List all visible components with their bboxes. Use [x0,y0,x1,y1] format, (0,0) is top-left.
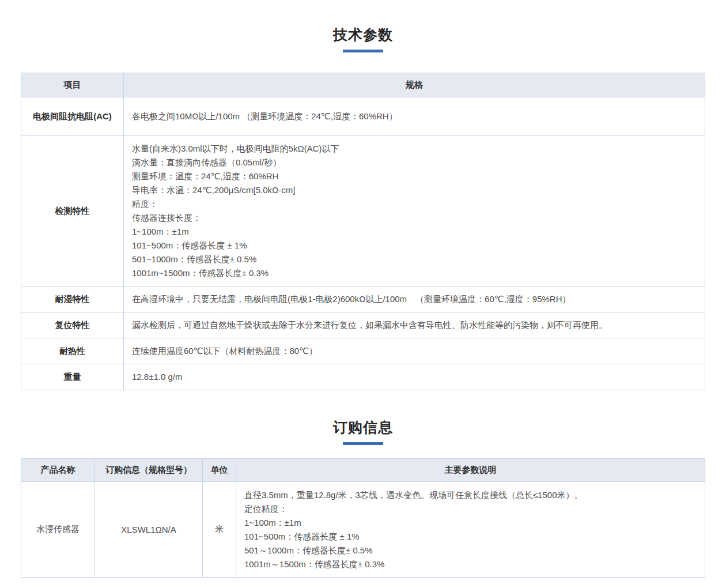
order-info-section-title: 订购信息 [0,418,726,445]
header-main-params: 主要参数说明 [236,459,705,482]
table-row: 复位特性 漏水检测后，可通过自然地干燥状或去除于水分来进行复位，如果漏水中含有导… [21,312,705,338]
tech-params-section-title: 技术参数 [0,25,726,52]
row-spec-value: 漏水检测后，可通过自然地干燥状或去除于水分来进行复位，如果漏水中含有导电性、防水… [124,312,705,338]
title-underline [343,442,383,445]
table-header-row: 项目 规格 [21,73,705,97]
order-model-cell: XLSWL1ΩN/A [95,482,203,578]
title-underline [343,50,383,52]
order-info-title: 订购信息 [0,418,726,437]
row-item-label: 重量 [21,364,124,390]
row-spec-value: 水量(自来水)3.0ml以下时，电极间电阻的5kΩ(AC)以下 滴水量：直接滴向… [124,136,705,287]
table-row: 重量 12.8±1.0 g/m [21,364,705,390]
table-row: 检测特性 水量(自来水)3.0ml以下时，电极间电阻的5kΩ(AC)以下 滴水量… [21,136,705,287]
tech-params-table: 项目 规格 电极间阻抗电阻(AC) 各电极之间10MΩ以上/100m （测量环境… [21,73,705,390]
header-order-info: 订购信息（规格型号） [95,459,203,482]
table-row: 水浸传感器 XLSWL1ΩN/A 米 直径3.5mm，重量12.8g/米，3芯线… [21,482,705,578]
row-item-label: 耐湿特性 [21,287,124,312]
spec-page: 技术参数 项目 规格 电极间阻抗电阻(AC) 各电极之间10MΩ以上/100m … [0,0,726,588]
order-info-table: 产品名称 订购信息（规格型号） 单位 主要参数说明 水浸传感器 XLSWL1ΩN… [21,458,705,578]
header-spec: 规格 [124,73,705,97]
row-item-label: 电极间阻抗电阻(AC) [21,97,124,136]
header-unit: 单位 [203,459,236,482]
table-row: 耐热性 连续使用温度60℃以下（材料耐热温度：80℃） [21,338,705,364]
table-row: 电极间阻抗电阻(AC) 各电极之间10MΩ以上/100m （测量环境温度：24℃… [21,97,705,136]
row-item-label: 耐热性 [21,338,124,364]
row-item-label: 复位特性 [21,312,124,338]
product-name-cell: 水浸传感器 [21,482,95,578]
table-header-row: 产品名称 订购信息（规格型号） 单位 主要参数说明 [21,459,705,482]
row-spec-value: 12.8±1.0 g/m [124,364,705,390]
header-item: 项目 [21,73,124,97]
row-spec-value: 各电极之间10MΩ以上/100m （测量环境温度：24℃,湿度：60%RH） [124,97,705,136]
row-item-label: 检测特性 [21,136,124,287]
unit-cell: 米 [203,482,236,578]
tech-params-title: 技术参数 [0,25,726,44]
main-params-cell: 直径3.5mm，重量12.8g/米，3芯线，遇水变色。现场可任意长度接线（总长≤… [236,482,705,578]
table-row: 耐湿特性 在高湿环境中，只要无结露，电极间电阻(电极1-电极2)600kΩ以上/… [21,287,705,312]
header-product-name: 产品名称 [21,459,95,482]
row-spec-value: 连续使用温度60℃以下（材料耐热温度：80℃） [124,338,705,364]
row-spec-value: 在高湿环境中，只要无结露，电极间电阻(电极1-电极2)600kΩ以上/100m … [124,287,705,312]
